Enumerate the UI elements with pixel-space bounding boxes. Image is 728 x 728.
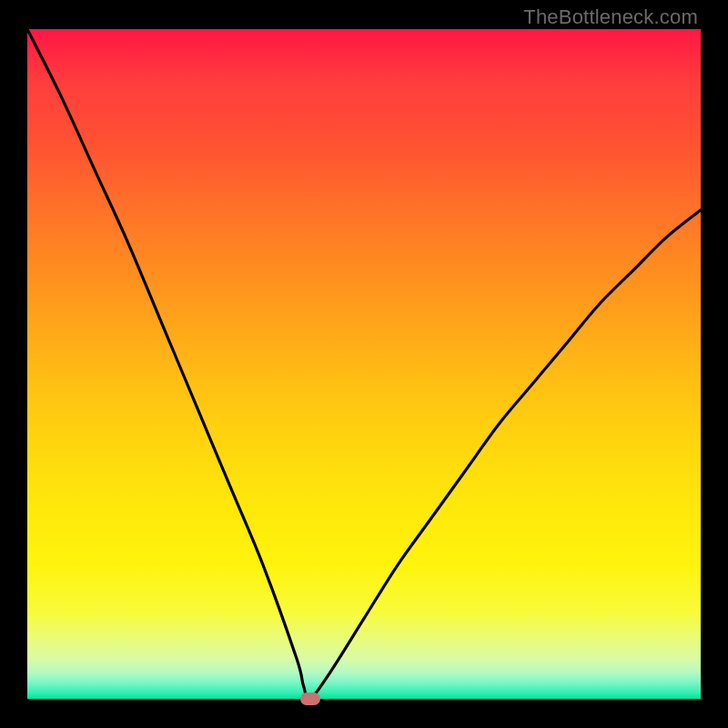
watermark-text: TheBottleneck.com [523,5,698,29]
minimum-marker [300,693,320,705]
chart-container: TheBottleneck.com [0,0,728,728]
bottleneck-curve [27,29,701,699]
plot-area [27,29,701,699]
